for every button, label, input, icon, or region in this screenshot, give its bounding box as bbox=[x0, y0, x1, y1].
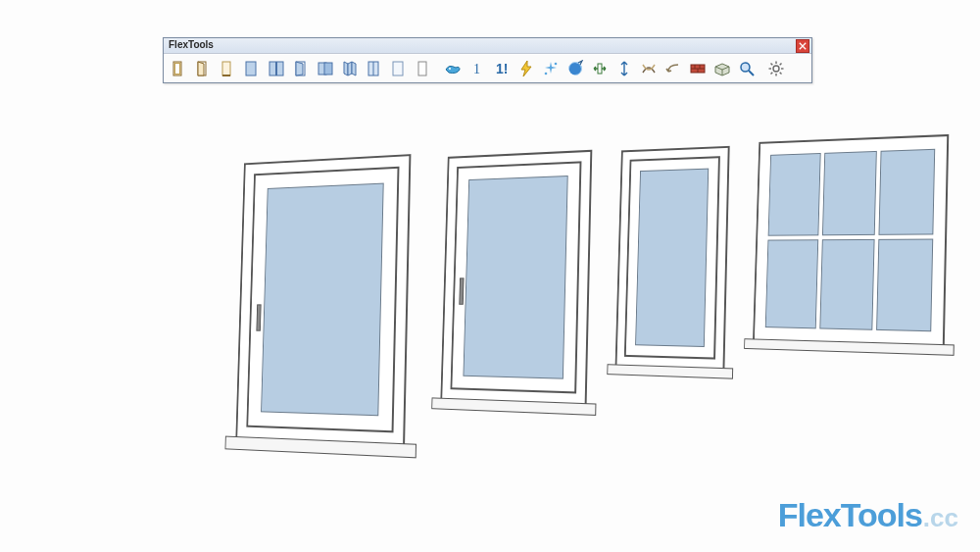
svg-line-36 bbox=[749, 71, 754, 75]
close-button[interactable] bbox=[796, 39, 809, 53]
sparkles-icon[interactable] bbox=[539, 57, 563, 80]
bricks-perspective-icon[interactable] bbox=[710, 57, 734, 80]
svg-point-20 bbox=[449, 68, 451, 70]
watermark-suffix: .cc bbox=[923, 503, 958, 532]
bolt-icon[interactable] bbox=[514, 57, 538, 80]
svg-marker-14 bbox=[348, 62, 352, 75]
toolbar-row: 1 1! bbox=[164, 54, 811, 82]
svg-line-45 bbox=[771, 73, 773, 75]
svg-rect-12 bbox=[324, 63, 332, 75]
svg-point-37 bbox=[773, 66, 779, 72]
close-icon bbox=[799, 42, 807, 50]
door-open-icon[interactable] bbox=[191, 57, 215, 80]
svg-text:1: 1 bbox=[473, 62, 480, 76]
door-frame-icon[interactable] bbox=[216, 57, 239, 80]
whale-icon[interactable] bbox=[441, 57, 465, 80]
svg-line-43 bbox=[780, 73, 782, 75]
arrows-vertical-icon[interactable] bbox=[612, 57, 636, 80]
svg-rect-27 bbox=[598, 64, 602, 74]
svg-marker-13 bbox=[344, 62, 348, 75]
svg-marker-10 bbox=[296, 62, 303, 75]
watermark-brand: FlexTools bbox=[778, 496, 922, 533]
svg-rect-6 bbox=[246, 62, 256, 75]
curve-swap-icon[interactable] bbox=[637, 57, 661, 80]
svg-rect-18 bbox=[393, 62, 403, 75]
svg-marker-15 bbox=[352, 62, 356, 75]
window-4 bbox=[752, 134, 949, 382]
svg-rect-1 bbox=[175, 64, 180, 75]
svg-point-24 bbox=[555, 63, 558, 66]
window-sliding-icon[interactable] bbox=[314, 57, 337, 80]
viewport[interactable]: FlexTools 1 1! bbox=[0, 0, 980, 552]
window-3 bbox=[614, 146, 730, 400]
compass-sphere-icon[interactable] bbox=[564, 57, 587, 80]
svg-rect-7 bbox=[270, 62, 276, 75]
window-panel-icon[interactable] bbox=[363, 57, 386, 80]
numeral-1-icon[interactable]: 1 bbox=[466, 57, 489, 80]
watermark: FlexTools.cc bbox=[778, 496, 958, 534]
window-double-icon[interactable] bbox=[265, 57, 288, 80]
svg-line-42 bbox=[771, 64, 773, 66]
arrows-horizontal-icon[interactable] bbox=[588, 57, 612, 80]
window-blank-icon[interactable] bbox=[387, 57, 411, 80]
svg-point-35 bbox=[741, 63, 750, 72]
svg-marker-3 bbox=[198, 62, 204, 75]
svg-rect-8 bbox=[277, 62, 284, 75]
svg-line-44 bbox=[780, 64, 782, 66]
arrow-back-icon[interactable] bbox=[662, 57, 685, 80]
flextools-toolbar: FlexTools 1 1! bbox=[163, 37, 812, 83]
window-basic-icon[interactable] bbox=[412, 57, 435, 80]
svg-rect-19 bbox=[418, 62, 426, 75]
window-bifold-icon[interactable] bbox=[338, 57, 362, 80]
bricks-red-icon[interactable] bbox=[686, 57, 710, 80]
svg-marker-23 bbox=[521, 61, 531, 76]
door-single-icon[interactable] bbox=[167, 57, 190, 80]
toolbar-title: FlexTools bbox=[169, 39, 214, 50]
numeral-1-bold-icon[interactable]: 1! bbox=[490, 57, 514, 80]
magnifier-icon[interactable] bbox=[735, 57, 759, 80]
window-open-icon[interactable] bbox=[289, 57, 313, 80]
window-1 bbox=[234, 154, 411, 486]
svg-rect-4 bbox=[222, 62, 230, 75]
gear-icon[interactable] bbox=[764, 57, 788, 80]
svg-point-25 bbox=[545, 73, 548, 75]
svg-text:1!: 1! bbox=[496, 61, 508, 76]
window-2 bbox=[439, 150, 592, 441]
window-single-icon[interactable] bbox=[240, 57, 264, 80]
toolbar-titlebar[interactable]: FlexTools bbox=[164, 38, 811, 54]
